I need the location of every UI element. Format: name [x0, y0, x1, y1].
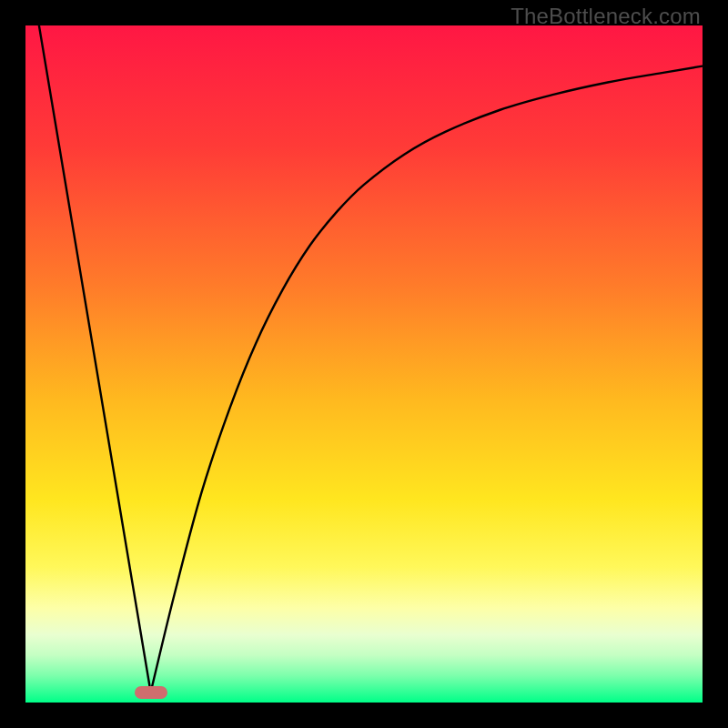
chart-frame: TheBottleneck.com — [0, 0, 728, 728]
bottleneck-curve — [25, 25, 703, 703]
plot-area — [25, 25, 703, 703]
optimal-point-marker — [135, 686, 167, 699]
watermark-text: TheBottleneck.com — [511, 4, 701, 29]
